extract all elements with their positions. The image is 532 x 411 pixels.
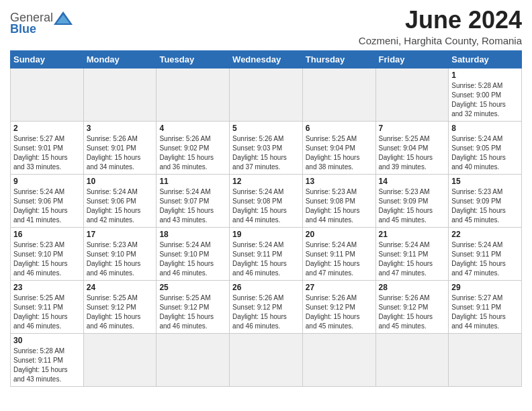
day-info: Sunrise: 5:24 AM Sunset: 9:11 PM Dayligh…	[306, 240, 373, 278]
day-number: 23	[13, 283, 81, 292]
calendar-cell: 6Sunrise: 5:25 AM Sunset: 9:04 PM Daylig…	[302, 121, 375, 174]
calendar-cell: 5Sunrise: 5:26 AM Sunset: 9:03 PM Daylig…	[230, 121, 303, 174]
day-number: 15	[451, 177, 519, 186]
calendar-cell: 2Sunrise: 5:27 AM Sunset: 9:01 PM Daylig…	[11, 121, 84, 174]
calendar-cell: 10Sunrise: 5:24 AM Sunset: 9:06 PM Dayli…	[83, 174, 157, 227]
calendar-cell: 24Sunrise: 5:25 AM Sunset: 9:12 PM Dayli…	[83, 280, 157, 333]
calendar-cell: 1Sunrise: 5:28 AM Sunset: 9:00 PM Daylig…	[449, 68, 522, 121]
day-info: Sunrise: 5:23 AM Sunset: 9:10 PM Dayligh…	[87, 240, 154, 278]
calendar-cell: 26Sunrise: 5:26 AM Sunset: 9:12 PM Dayli…	[230, 280, 303, 333]
day-info: Sunrise: 5:26 AM Sunset: 9:01 PM Dayligh…	[87, 134, 154, 172]
day-number: 4	[159, 124, 226, 133]
day-number: 28	[379, 283, 446, 292]
day-number: 26	[232, 283, 300, 292]
weekday-header-friday: Friday	[375, 50, 449, 68]
calendar-cell: 7Sunrise: 5:25 AM Sunset: 9:04 PM Daylig…	[375, 121, 449, 174]
day-info: Sunrise: 5:24 AM Sunset: 9:11 PM Dayligh…	[451, 240, 519, 278]
day-number: 11	[159, 177, 226, 186]
page-header: General Blue June 2024 Cozmeni, Harghita…	[10, 7, 522, 46]
calendar-cell	[11, 68, 84, 121]
day-info: Sunrise: 5:25 AM Sunset: 9:11 PM Dayligh…	[13, 293, 81, 331]
weekday-header-wednesday: Wednesday	[230, 50, 303, 68]
calendar-cell: 19Sunrise: 5:24 AM Sunset: 9:11 PM Dayli…	[230, 227, 303, 280]
day-number: 9	[13, 177, 81, 186]
calendar-subtitle: Cozmeni, Harghita County, Romania	[359, 35, 522, 46]
weekday-header-row: SundayMondayTuesdayWednesdayThursdayFrid…	[11, 50, 522, 68]
weekday-header-saturday: Saturday	[449, 50, 522, 68]
day-number: 14	[379, 177, 446, 186]
calendar-cell: 17Sunrise: 5:23 AM Sunset: 9:10 PM Dayli…	[83, 227, 157, 280]
day-info: Sunrise: 5:23 AM Sunset: 9:10 PM Dayligh…	[13, 240, 81, 278]
calendar-cell	[83, 68, 157, 121]
day-number: 24	[87, 283, 154, 292]
day-info: Sunrise: 5:27 AM Sunset: 9:01 PM Dayligh…	[13, 134, 81, 172]
calendar-cell	[375, 333, 449, 386]
day-number: 8	[451, 124, 519, 133]
day-number: 25	[159, 283, 226, 292]
day-number: 27	[306, 283, 373, 292]
calendar-cell: 23Sunrise: 5:25 AM Sunset: 9:11 PM Dayli…	[11, 280, 84, 333]
title-area: June 2024 Cozmeni, Harghita County, Roma…	[359, 7, 522, 46]
day-number: 10	[87, 177, 154, 186]
day-number: 1	[451, 71, 519, 80]
calendar-cell: 18Sunrise: 5:24 AM Sunset: 9:10 PM Dayli…	[157, 227, 230, 280]
day-info: Sunrise: 5:28 AM Sunset: 9:00 PM Dayligh…	[451, 81, 519, 119]
calendar-cell: 25Sunrise: 5:25 AM Sunset: 9:12 PM Dayli…	[157, 280, 230, 333]
day-number: 20	[306, 230, 373, 239]
day-number: 16	[13, 230, 81, 239]
calendar-cell	[302, 333, 375, 386]
day-info: Sunrise: 5:25 AM Sunset: 9:12 PM Dayligh…	[87, 293, 154, 331]
day-info: Sunrise: 5:26 AM Sunset: 9:12 PM Dayligh…	[232, 293, 300, 331]
day-number: 2	[13, 124, 81, 133]
calendar-cell: 20Sunrise: 5:24 AM Sunset: 9:11 PM Dayli…	[302, 227, 375, 280]
calendar-week-row: 2Sunrise: 5:27 AM Sunset: 9:01 PM Daylig…	[11, 121, 522, 174]
calendar-week-row: 16Sunrise: 5:23 AM Sunset: 9:10 PM Dayli…	[11, 227, 522, 280]
day-info: Sunrise: 5:24 AM Sunset: 9:07 PM Dayligh…	[159, 187, 226, 225]
day-info: Sunrise: 5:26 AM Sunset: 9:02 PM Dayligh…	[159, 134, 226, 172]
day-info: Sunrise: 5:25 AM Sunset: 9:12 PM Dayligh…	[159, 293, 226, 331]
calendar-week-row: 1Sunrise: 5:28 AM Sunset: 9:00 PM Daylig…	[11, 68, 522, 121]
calendar-cell	[302, 68, 375, 121]
day-number: 22	[451, 230, 519, 239]
calendar-week-row: 9Sunrise: 5:24 AM Sunset: 9:06 PM Daylig…	[11, 174, 522, 227]
calendar-title: June 2024	[359, 7, 522, 34]
calendar-cell: 8Sunrise: 5:24 AM Sunset: 9:05 PM Daylig…	[449, 121, 522, 174]
calendar-cell: 21Sunrise: 5:24 AM Sunset: 9:11 PM Dayli…	[375, 227, 449, 280]
calendar-cell	[157, 68, 230, 121]
day-number: 3	[87, 124, 154, 133]
calendar-cell: 16Sunrise: 5:23 AM Sunset: 9:10 PM Dayli…	[11, 227, 84, 280]
calendar-cell: 3Sunrise: 5:26 AM Sunset: 9:01 PM Daylig…	[83, 121, 157, 174]
day-number: 7	[379, 124, 446, 133]
day-info: Sunrise: 5:23 AM Sunset: 9:08 PM Dayligh…	[306, 187, 373, 225]
calendar-cell: 14Sunrise: 5:23 AM Sunset: 9:09 PM Dayli…	[375, 174, 449, 227]
weekday-header-thursday: Thursday	[302, 50, 375, 68]
day-number: 17	[87, 230, 154, 239]
day-number: 21	[379, 230, 446, 239]
day-info: Sunrise: 5:24 AM Sunset: 9:05 PM Dayligh…	[451, 134, 519, 172]
day-number: 5	[232, 124, 300, 133]
calendar-cell	[375, 68, 449, 121]
calendar-cell: 28Sunrise: 5:26 AM Sunset: 9:12 PM Dayli…	[375, 280, 449, 333]
day-number: 30	[13, 336, 81, 345]
calendar-cell: 11Sunrise: 5:24 AM Sunset: 9:07 PM Dayli…	[157, 174, 230, 227]
day-info: Sunrise: 5:26 AM Sunset: 9:12 PM Dayligh…	[306, 293, 373, 331]
day-info: Sunrise: 5:25 AM Sunset: 9:04 PM Dayligh…	[306, 134, 373, 172]
calendar-week-row: 23Sunrise: 5:25 AM Sunset: 9:11 PM Dayli…	[11, 280, 522, 333]
day-info: Sunrise: 5:28 AM Sunset: 9:11 PM Dayligh…	[13, 347, 81, 384]
logo: General Blue	[10, 11, 73, 36]
day-number: 19	[232, 230, 300, 239]
day-info: Sunrise: 5:26 AM Sunset: 9:12 PM Dayligh…	[379, 293, 446, 331]
weekday-header-monday: Monday	[83, 50, 157, 68]
day-info: Sunrise: 5:23 AM Sunset: 9:09 PM Dayligh…	[451, 187, 519, 225]
day-info: Sunrise: 5:24 AM Sunset: 9:08 PM Dayligh…	[232, 187, 300, 225]
day-info: Sunrise: 5:24 AM Sunset: 9:11 PM Dayligh…	[379, 240, 446, 278]
weekday-header-sunday: Sunday	[11, 50, 84, 68]
calendar-body: 1Sunrise: 5:28 AM Sunset: 9:00 PM Daylig…	[11, 68, 522, 386]
calendar-cell	[230, 68, 303, 121]
day-number: 18	[159, 230, 226, 239]
day-info: Sunrise: 5:24 AM Sunset: 9:11 PM Dayligh…	[232, 240, 300, 278]
calendar-cell	[83, 333, 157, 386]
day-info: Sunrise: 5:25 AM Sunset: 9:04 PM Dayligh…	[379, 134, 446, 172]
calendar-table: SundayMondayTuesdayWednesdayThursdayFrid…	[10, 50, 522, 387]
calendar-cell: 22Sunrise: 5:24 AM Sunset: 9:11 PM Dayli…	[449, 227, 522, 280]
